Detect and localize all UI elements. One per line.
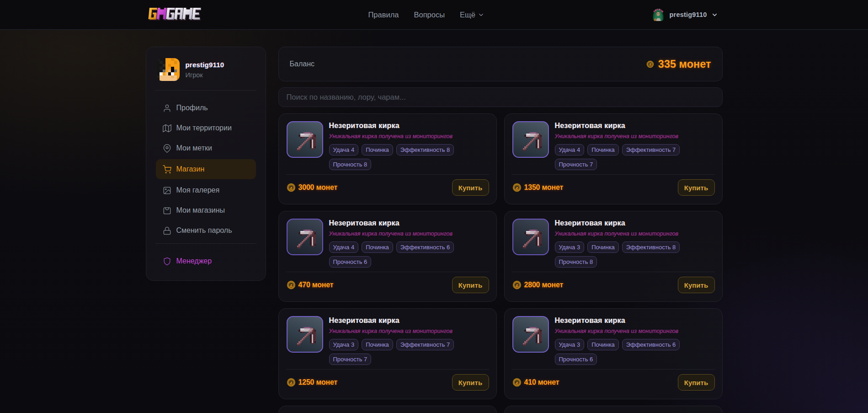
svg-text:s: s: [289, 283, 292, 288]
svg-text:s: s: [515, 185, 518, 190]
svg-text:s: s: [515, 283, 518, 288]
svg-text:s: s: [289, 380, 292, 385]
svg-text:s: s: [515, 380, 518, 385]
svg-text:s: s: [649, 62, 651, 66]
svg-text:s: s: [289, 185, 292, 190]
